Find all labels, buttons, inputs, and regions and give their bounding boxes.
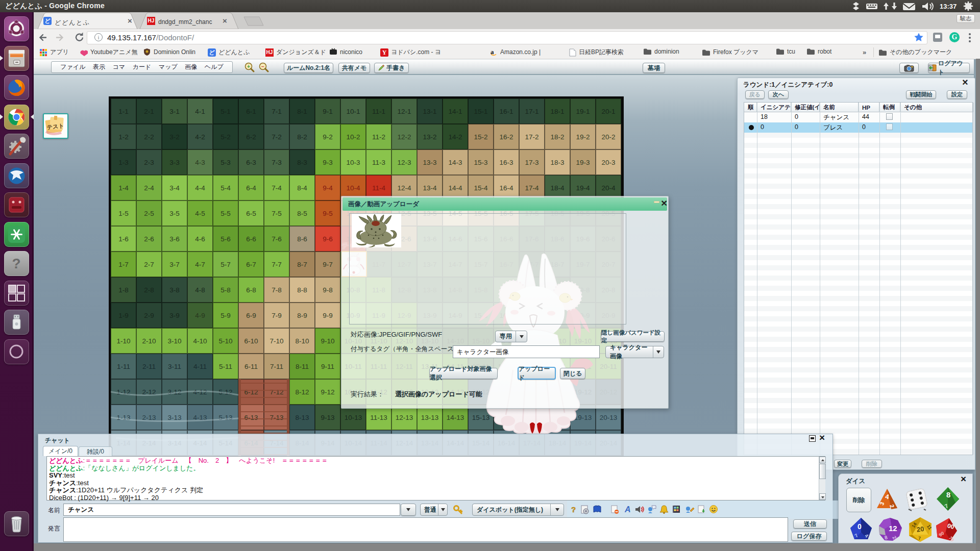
svg-text:+: + (247, 64, 250, 69)
svg-text:A: A (624, 505, 631, 514)
svg-text:20: 20 (916, 525, 924, 534)
svg-text:8: 8 (946, 490, 950, 499)
svg-text:0: 0 (857, 522, 862, 531)
svg-text:7: 7 (918, 536, 921, 541)
svg-text:?: ? (12, 256, 20, 271)
svg-text:13:37: 13:37 (940, 3, 957, 10)
svg-text:−: − (261, 64, 264, 69)
svg-text:12: 12 (889, 524, 897, 533)
svg-text:?: ? (571, 505, 576, 514)
